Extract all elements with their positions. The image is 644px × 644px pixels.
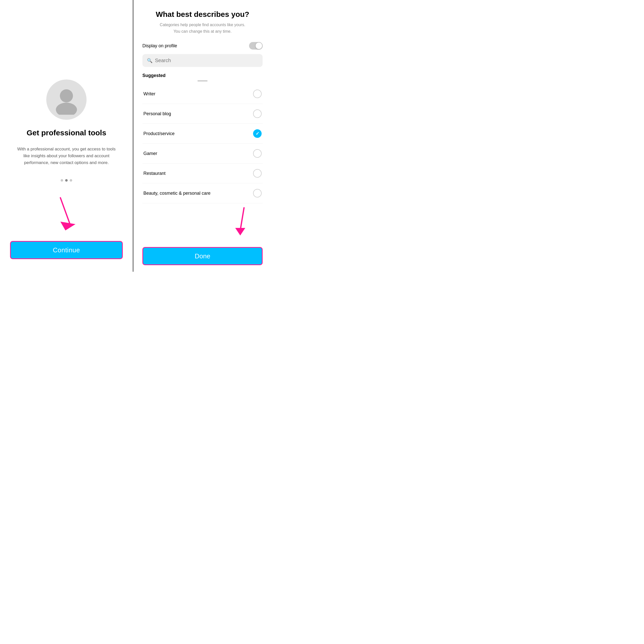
right-subtitle: Categories help people find accounts lik…: [142, 22, 263, 34]
category-name: Gamer: [143, 151, 157, 156]
svg-line-2: [60, 198, 70, 225]
top-dash: [197, 80, 208, 82]
list-item[interactable]: Writer: [142, 84, 263, 104]
radio-restaurant[interactable]: [253, 169, 262, 178]
category-name: Restaurant: [143, 171, 166, 176]
search-input[interactable]: [155, 58, 258, 63]
list-item[interactable]: Personal blog: [142, 104, 263, 124]
category-name: Product/service: [143, 131, 175, 136]
progress-dots: [61, 179, 72, 182]
display-profile-label: Display on profile: [142, 43, 177, 49]
continue-button[interactable]: Continue: [10, 241, 123, 259]
category-name: Writer: [143, 91, 155, 97]
arrow-left: [50, 195, 81, 231]
display-on-profile-row: Display on profile: [142, 42, 263, 50]
svg-marker-3: [60, 222, 75, 230]
radio-product-service[interactable]: [253, 129, 262, 138]
category-name: Beauty, cosmetic & personal care: [143, 191, 211, 196]
toggle-thumb: [256, 43, 262, 49]
dot-2: [65, 179, 68, 182]
avatar: [46, 79, 87, 120]
suggested-label: Suggested: [142, 73, 263, 78]
left-panel: Get professional tools With a profession…: [0, 0, 133, 272]
svg-point-1: [56, 103, 77, 115]
arrow-right: [229, 205, 252, 236]
left-description: With a professional account, you get acc…: [16, 146, 117, 166]
right-title: What best describes you?: [142, 10, 263, 19]
list-item[interactable]: Product/service: [142, 124, 263, 144]
search-icon: 🔍: [147, 58, 152, 63]
display-profile-toggle[interactable]: [249, 42, 263, 50]
list-item[interactable]: Restaurant: [142, 164, 263, 183]
radio-beauty[interactable]: [253, 189, 262, 197]
radio-gamer[interactable]: [253, 149, 262, 158]
list-item[interactable]: Gamer: [142, 144, 263, 164]
radio-personal-blog[interactable]: [253, 109, 262, 118]
left-title: Get professional tools: [27, 128, 106, 138]
done-button[interactable]: Done: [142, 247, 263, 265]
right-panel: What best describes you? Categories help…: [133, 0, 272, 272]
svg-line-4: [240, 208, 244, 230]
svg-marker-5: [235, 228, 245, 235]
list-item[interactable]: Beauty, cosmetic & personal care: [142, 183, 263, 203]
done-btn-wrapper: Done: [142, 245, 263, 267]
dot-1: [61, 179, 63, 182]
search-bar[interactable]: 🔍: [142, 54, 263, 67]
radio-writer[interactable]: [253, 90, 262, 98]
dot-3: [70, 179, 72, 182]
category-name: Personal blog: [143, 111, 171, 116]
continue-btn-wrapper: Continue: [10, 241, 123, 262]
svg-point-0: [60, 89, 73, 102]
